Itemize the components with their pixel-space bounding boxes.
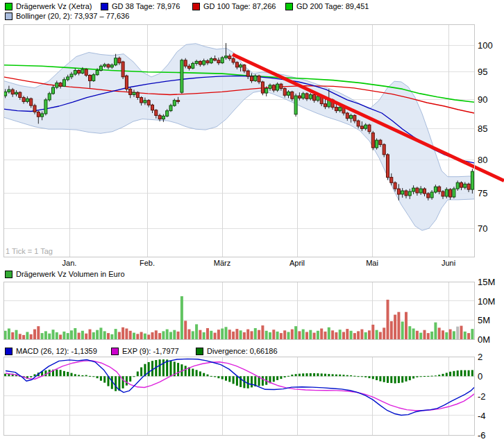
candle bbox=[169, 105, 172, 111]
volume-bar bbox=[199, 330, 201, 339]
divergence-bar bbox=[379, 376, 381, 381]
divergence-bar bbox=[74, 374, 76, 376]
volume-bar bbox=[62, 332, 65, 339]
volume-bar bbox=[166, 330, 169, 339]
candle bbox=[48, 94, 51, 100]
divergence-bar bbox=[460, 370, 462, 377]
divergence-bar bbox=[346, 375, 348, 377]
divergence-bar bbox=[405, 376, 408, 382]
candle bbox=[19, 92, 22, 97]
divergence-bar bbox=[56, 370, 58, 377]
divergence-bar bbox=[383, 376, 385, 382]
volume-bar bbox=[453, 331, 455, 339]
volume-bar bbox=[350, 331, 353, 339]
volume-bar bbox=[155, 330, 158, 339]
divergence-bar bbox=[276, 376, 278, 380]
divergence-bar bbox=[435, 375, 437, 376]
volume-bar bbox=[471, 329, 473, 339]
divergence-bar bbox=[364, 376, 367, 377]
volume-bar bbox=[427, 333, 430, 339]
volume-bar bbox=[243, 332, 246, 339]
divergence-bar bbox=[343, 375, 345, 376]
candle bbox=[22, 98, 25, 102]
divergence-bar bbox=[177, 363, 179, 376]
volume-bar bbox=[283, 330, 286, 339]
volume-bar bbox=[99, 327, 102, 339]
candle bbox=[305, 94, 308, 99]
candle bbox=[287, 92, 290, 95]
price-tick-75: 75 bbox=[478, 187, 487, 198]
volume-bar bbox=[405, 312, 408, 339]
candle bbox=[74, 71, 76, 75]
volume-bar bbox=[445, 332, 448, 339]
volume-bar bbox=[430, 332, 433, 339]
volume-bar bbox=[214, 333, 217, 339]
exp-color-swatch bbox=[111, 348, 119, 355]
volume-tick-10M: 10M bbox=[478, 296, 495, 306]
volume-bar bbox=[56, 332, 58, 339]
volume-bar bbox=[41, 333, 44, 339]
volume-bar bbox=[258, 330, 260, 339]
volume-bar bbox=[298, 331, 301, 339]
candle bbox=[298, 96, 301, 98]
divergence-bar bbox=[295, 374, 297, 376]
volume-bar bbox=[408, 326, 411, 339]
volume-bar bbox=[129, 331, 132, 339]
legend-macd-label: MACD (26, 12): -1,1359 bbox=[16, 347, 97, 355]
candle bbox=[276, 84, 279, 90]
divergence-bar bbox=[317, 373, 319, 376]
volume-bar bbox=[357, 331, 360, 339]
volume-bar bbox=[121, 327, 124, 339]
candle bbox=[254, 76, 257, 80]
volume-series bbox=[4, 296, 474, 339]
divergence-bar bbox=[372, 376, 374, 379]
month-label-Jan: Jan. bbox=[62, 259, 77, 267]
divergence-bar bbox=[103, 376, 106, 382]
gd38-color-swatch bbox=[101, 3, 108, 10]
candle bbox=[107, 65, 110, 67]
divergence-bar bbox=[225, 376, 227, 380]
bollinger-color-swatch bbox=[5, 12, 12, 20]
divergence-bar bbox=[118, 376, 120, 391]
candle bbox=[121, 62, 124, 77]
volume-bar bbox=[81, 331, 84, 339]
volume-bar bbox=[133, 333, 135, 339]
candle bbox=[147, 101, 150, 105]
candle bbox=[59, 83, 62, 87]
candle bbox=[376, 140, 378, 148]
candle bbox=[368, 125, 371, 132]
divergence-bar bbox=[273, 376, 275, 382]
candle bbox=[166, 111, 169, 117]
volume-bar bbox=[92, 332, 95, 339]
candle bbox=[206, 61, 209, 63]
candle bbox=[144, 101, 146, 103]
legend-item-instrument: Drägerwerk Vz (Xetra) bbox=[5, 2, 92, 10]
divergence-bar bbox=[442, 374, 444, 376]
volume-bar bbox=[331, 330, 334, 339]
volume-panel bbox=[3, 282, 474, 339]
legend-volume-label: Drägerwerk Vz Volumen in Euro bbox=[16, 270, 125, 278]
divergence-bar bbox=[306, 373, 308, 376]
macd-tick-0: 0 bbox=[478, 371, 482, 382]
candle bbox=[15, 92, 18, 94]
month-label-April: April bbox=[289, 259, 305, 267]
candle bbox=[335, 108, 337, 111]
divergence-bar bbox=[457, 370, 459, 376]
volume-bar bbox=[360, 330, 363, 339]
chart-canvas[interactable] bbox=[0, 0, 504, 444]
volume-bar bbox=[26, 332, 28, 340]
candle bbox=[390, 178, 393, 183]
divergence-bar bbox=[453, 371, 455, 377]
month-label-Mai: Mai bbox=[366, 259, 378, 267]
volume-bar bbox=[261, 325, 264, 339]
divergence-bar bbox=[81, 375, 83, 376]
candle bbox=[408, 191, 411, 196]
volume-bar bbox=[272, 330, 275, 339]
volume-bar bbox=[394, 315, 396, 339]
candle bbox=[438, 187, 441, 191]
volume-bar bbox=[96, 330, 99, 339]
volume-bar bbox=[276, 332, 279, 339]
volume-bar bbox=[30, 334, 33, 339]
candle bbox=[110, 65, 113, 67]
divergence-bar bbox=[376, 376, 378, 380]
